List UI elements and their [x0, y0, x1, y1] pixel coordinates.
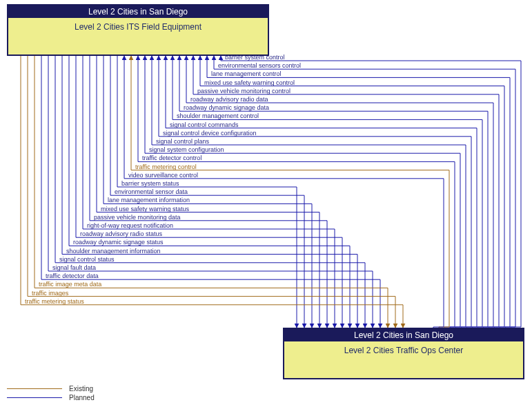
flow-label: traffic metering status — [25, 298, 84, 305]
node-traffic-ops-center-body: Level 2 Cities Traffic Ops Center — [284, 341, 523, 359]
flow-label: shoulder management control — [177, 112, 259, 119]
flow-label: mixed use safety warning control — [204, 79, 295, 86]
node-traffic-ops-center: Level 2 Cities in San Diego Level 2 Citi… — [283, 328, 524, 379]
flow-label: signal system configuration — [149, 146, 224, 153]
flow-label: lane management information — [108, 197, 190, 204]
flow-label: mixed use safety warning status — [101, 206, 189, 212]
flow-label: traffic images — [32, 290, 68, 297]
legend-existing: Existing — [7, 385, 95, 393]
flow-label: traffic metering control — [135, 163, 197, 170]
flow-label: barrier system control — [225, 54, 285, 61]
legend: Existing Planned — [7, 384, 95, 401]
flow-label: environmental sensor data — [115, 188, 188, 195]
flow-label: passive vehicle monitoring control — [197, 88, 290, 95]
legend-planned-label: Planned — [69, 394, 95, 401]
flow-label: signal control status — [59, 256, 115, 263]
node-field-equipment-body: Level 2 Cities ITS Field Equipment — [8, 18, 268, 36]
legend-existing-label: Existing — [69, 385, 93, 393]
diagram-canvas: Level 2 Cities in San Diego Level 2 Citi… — [0, 0, 532, 407]
flow-label: roadway advisory radio data — [190, 96, 268, 103]
flow-label: signal control device configuration — [163, 130, 257, 137]
flow-label: passive vehicle monitoring data — [94, 214, 181, 221]
flow-label: barrier system status — [121, 180, 179, 187]
flow-label: traffic detector data — [46, 272, 99, 279]
flow-label: signal control plans — [156, 138, 209, 145]
flow-label: traffic image meta data — [39, 281, 101, 288]
flow-label: environmental sensors control — [218, 62, 301, 69]
flow-label: roadway advisory radio status — [80, 230, 162, 237]
legend-planned-swatch — [7, 397, 62, 398]
flow-label: shoulder management information — [66, 248, 161, 255]
flow-label: lane management control — [211, 70, 282, 77]
node-traffic-ops-center-header: Level 2 Cities in San Diego — [284, 329, 523, 341]
node-field-equipment-header: Level 2 Cities in San Diego — [8, 6, 268, 18]
flow-label: signal fault data — [52, 264, 96, 271]
flow-label: signal control commands — [170, 121, 239, 128]
flow-label: roadway dynamic signage status — [73, 239, 164, 246]
flow-label: roadway dynamic signage data — [184, 104, 269, 111]
flow-label: right-of-way request notification — [87, 222, 173, 229]
legend-existing-swatch — [7, 388, 62, 389]
flow-label: video surveillance control — [128, 172, 198, 179]
flow-label: traffic detector control — [142, 155, 201, 161]
node-field-equipment: Level 2 Cities in San Diego Level 2 Citi… — [7, 4, 269, 56]
legend-planned: Planned — [7, 394, 95, 401]
